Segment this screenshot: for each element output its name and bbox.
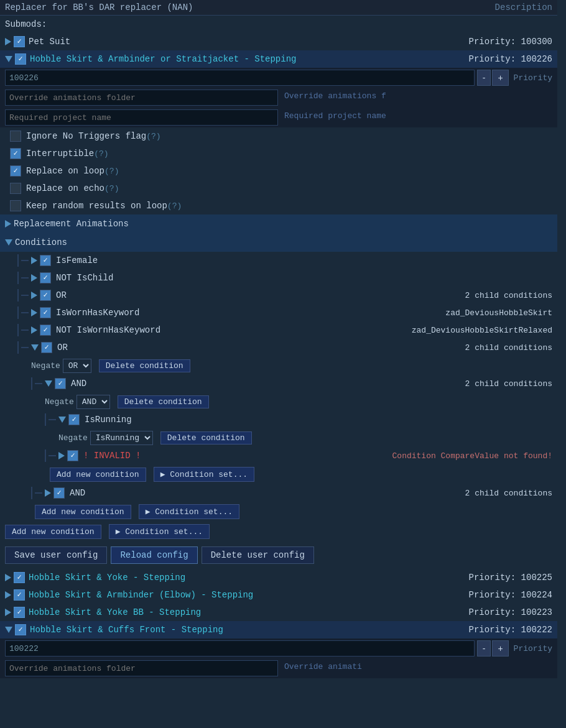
or-2-collapse-icon[interactable] (31, 344, 39, 351)
or-2-condition-set-button[interactable]: ▶ Condition set... (139, 504, 239, 519)
condition-isworn-row: ✓ IsWornHasKeyword zad_DeviousHobbleSkir… (0, 304, 557, 321)
and-1-negate-select[interactable]: AND (77, 395, 110, 409)
is-running-negate-select[interactable]: IsRunning (90, 431, 153, 445)
isworn-expand-icon[interactable] (31, 309, 37, 316)
hobble-armbinder-collapse-icon[interactable] (5, 56, 12, 62)
priority-input[interactable] (5, 70, 475, 86)
priority-plus-button[interactable]: + (492, 70, 508, 86)
tree-line-4 (17, 306, 19, 319)
cuffs-front-priority-input-row: - + Priority (0, 638, 557, 658)
is-female-label: IsFemale (56, 256, 552, 265)
tree-connector-invalid (49, 455, 56, 456)
hobble-armbinder-elbow-row: ✓ Hobble Skirt & Armbinder (Elbow) - Ste… (0, 586, 557, 604)
tree-connector-4 (21, 312, 29, 313)
override-animations-input[interactable] (5, 90, 278, 106)
delete-user-config-button[interactable]: Delete user config (202, 546, 314, 564)
and-1-negate-row: Negate AND Delete condition (0, 392, 557, 411)
required-project-side: Required project name (281, 109, 552, 126)
keep-random-hint: (?) (167, 201, 182, 211)
hobble-armbinder-priority: Priority: 100226 (469, 54, 552, 64)
not-isworn-label: NOT IsWornHasKeyword (56, 325, 412, 335)
and-1-checkbox[interactable]: ✓ (55, 378, 66, 389)
replace-on-loop-checkbox[interactable]: ✓ (10, 165, 21, 177)
or-1-label: OR (56, 290, 465, 300)
is-running-negate-row: Negate IsRunning Delete condition (0, 428, 557, 447)
tree-connector-6 (21, 347, 29, 348)
not-isworn-checkbox[interactable]: ✓ (40, 325, 51, 336)
is-female-expand-icon[interactable] (31, 257, 37, 264)
isworn-checkbox[interactable]: ✓ (40, 307, 51, 318)
is-running-checkbox[interactable]: ✓ (68, 414, 80, 425)
invalid-checkbox[interactable]: ✓ (67, 450, 78, 461)
and-1-condition-set-button[interactable]: ▶ Condition set... (154, 467, 254, 482)
pet-suit-collapse-icon[interactable] (5, 38, 11, 45)
condition-is-running-row: ✓ IsRunning (0, 411, 557, 428)
tree-line-isrunning (45, 413, 46, 426)
reload-config-button[interactable]: Reload config (111, 546, 197, 564)
hobble-yoke-bb-collapse-icon[interactable] (5, 609, 11, 616)
or-2-add-condition-button[interactable]: Add new condition (35, 505, 131, 519)
or-1-expand-icon[interactable] (31, 292, 37, 299)
pet-suit-checkbox[interactable]: ✓ (14, 36, 25, 47)
and-1-add-condition-button[interactable]: Add new condition (50, 468, 146, 482)
not-isworn-expand-icon[interactable] (31, 326, 37, 334)
or-1-checkbox[interactable]: ✓ (40, 290, 51, 301)
hobble-yoke-bb-priority: Priority: 100223 (469, 607, 552, 617)
keep-random-checkbox[interactable] (10, 200, 21, 211)
or-2-delete-button[interactable]: Delete condition (99, 359, 190, 372)
not-ischild-checkbox[interactable]: ✓ (40, 272, 51, 283)
or-1-value: 2 child conditions (465, 291, 552, 300)
cuffs-front-override-animations-input[interactable] (5, 660, 278, 676)
is-running-collapse-icon[interactable] (58, 417, 66, 423)
or-2-negate-select[interactable]: OR (63, 359, 91, 373)
ignore-no-triggers-hint: (?) (146, 132, 160, 141)
replacement-animations-header[interactable]: Replacement Animations (0, 214, 557, 233)
hobble-armbinder-elbow-checkbox[interactable]: ✓ (14, 589, 25, 601)
hobble-yoke-priority: Priority: 100225 (469, 573, 552, 583)
hobble-cuffs-front-collapse-icon[interactable] (5, 627, 12, 633)
not-ischild-expand-icon[interactable] (31, 274, 37, 282)
ignore-no-triggers-row: Ignore No Triggers flag (?) (0, 127, 557, 145)
and-2-checkbox[interactable]: ✓ (53, 487, 65, 499)
replace-on-echo-checkbox[interactable] (10, 183, 21, 194)
and-1-delete-button[interactable]: Delete condition (118, 395, 209, 408)
hobble-armbinder-elbow-collapse-icon[interactable] (5, 591, 11, 599)
conditions-collapse-icon[interactable] (5, 239, 12, 246)
cuffs-front-priority-plus-button[interactable]: + (492, 640, 508, 657)
tree-connector-2 (21, 277, 29, 279)
or-2-negate-label: Negate (31, 361, 60, 371)
hobble-cuffs-front-checkbox[interactable]: ✓ (15, 624, 26, 635)
replacement-animations-collapse-icon[interactable] (5, 220, 11, 228)
hobble-yoke-checkbox[interactable]: ✓ (14, 572, 25, 583)
is-running-negate-label: Negate (58, 433, 88, 443)
is-female-checkbox[interactable]: ✓ (40, 255, 51, 266)
required-project-input[interactable] (5, 109, 278, 126)
conditions-title: Conditions (15, 237, 67, 247)
and-1-add-condition-row: Add new condition ▶ Condition set... (0, 464, 557, 484)
or-2-negate-row: Negate OR Delete condition (0, 356, 557, 375)
cuffs-front-priority-minus-button[interactable]: - (477, 640, 491, 657)
condition-or-1-row: ✓ OR 2 child conditions (0, 287, 557, 304)
or-2-checkbox[interactable]: ✓ (41, 342, 52, 353)
invalid-label: ! INVALID ! (83, 451, 141, 461)
condition-invalid-row: ✓ ! INVALID ! Condition CompareValue not… (0, 447, 557, 464)
interruptible-checkbox[interactable]: ✓ (10, 148, 21, 159)
and-2-expand-icon[interactable] (45, 489, 51, 497)
hobble-yoke-bb-checkbox[interactable]: ✓ (14, 607, 25, 618)
and-1-collapse-icon[interactable] (45, 380, 52, 387)
invalid-expand-icon[interactable] (58, 452, 65, 459)
hobble-yoke-collapse-icon[interactable] (5, 574, 11, 581)
is-running-delete-button[interactable]: Delete condition (160, 431, 252, 445)
interruptible-label: Interruptible (26, 149, 94, 159)
tree-line-2 (17, 272, 19, 284)
ignore-no-triggers-checkbox[interactable] (10, 131, 21, 142)
save-user-config-button[interactable]: Save user config (5, 546, 107, 564)
conditions-header[interactable]: Conditions (0, 233, 557, 252)
cuffs-front-priority-input[interactable] (5, 640, 475, 657)
hobble-armbinder-checkbox[interactable]: ✓ (15, 53, 26, 65)
tree-connector-isrunning (49, 419, 56, 420)
priority-minus-button[interactable]: - (477, 70, 491, 86)
top-add-condition-button[interactable]: Add new condition (5, 525, 101, 539)
top-condition-set-button[interactable]: ▶ Condition set... (109, 524, 210, 539)
pet-suit-priority: Priority: 100300 (469, 37, 552, 47)
